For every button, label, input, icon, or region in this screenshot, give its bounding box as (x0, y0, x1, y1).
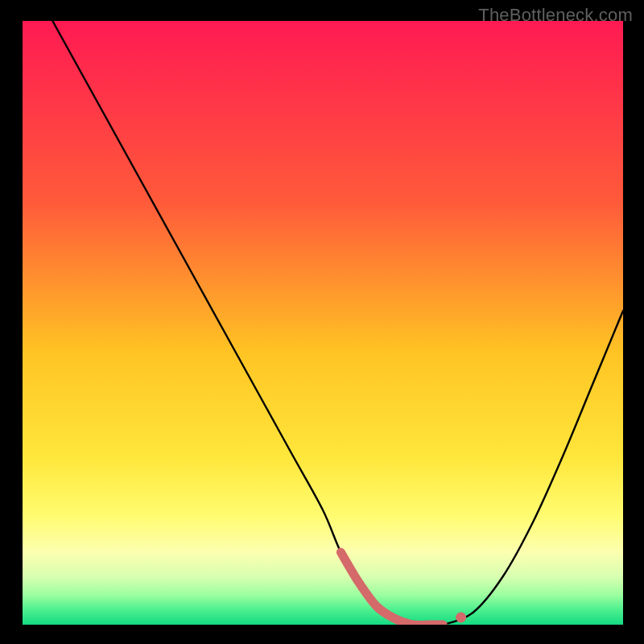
chart-frame: TheBottleneck.com (0, 0, 644, 644)
bottleneck-curve-chart (23, 21, 623, 625)
watermark-text: TheBottleneck.com (478, 5, 633, 26)
gradient-background (23, 21, 623, 625)
highlight-dot (456, 613, 466, 623)
plot-area (23, 21, 623, 625)
